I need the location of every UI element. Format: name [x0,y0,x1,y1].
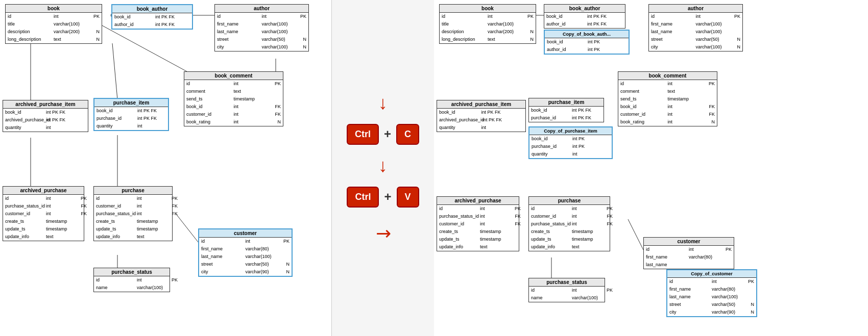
table-row: customer_idintFK [184,111,283,118]
table-copy-book-author-right-header: Copy_of_book_auth... [545,31,629,38]
table-book-author-right[interactable]: book_author book_idint PK FK author_idin… [544,4,625,29]
table-row: first_namevarchar(80) [199,245,292,253]
table-row: idintPK [440,13,536,20]
table-row: create_tstimestamp [529,228,610,236]
table-book-left[interactable]: book idintPK titlevarchar(100) descripti… [5,4,102,44]
table-row: book_idint PK FK [94,107,168,115]
table-row: namevarchar(100) [529,294,605,302]
table-archived-purchase-item-right[interactable]: archived_purchase_item book_idint PK FK … [437,100,526,132]
table-book-right-header: book [440,5,536,13]
table-row: first_namevarchar(80) [644,253,734,261]
table-row: update_infotext [3,233,84,241]
table-purchase-status-left[interactable]: purchase_status idintPK namevarchar(100) [93,268,170,292]
table-row: idintPK [529,287,605,294]
table-row: customer_idintFK [529,213,610,220]
table-row: book_idint PK FK [544,13,625,20]
table-row: update_tstimestamp [437,236,519,243]
c-key: C [396,124,419,145]
left-panel: book idintPK titlevarchar(100) descripti… [0,0,332,336]
table-copy-purchase-item-right-header: Copy_of_purchase_item [529,127,612,135]
table-purchase-item-right[interactable]: purchase_item book_idint PK FK purchase_… [528,98,604,122]
table-row: namevarchar(100) [94,284,170,292]
table-row: purchase_status_idintFK [437,213,519,220]
table-row: idintPK [649,13,742,20]
table-row: archived_purchase_idint PK FK [437,116,525,124]
table-archived-purchase-item-left[interactable]: archived_purchase_item book_idint PK FK … [3,100,88,132]
table-purchase-status-right-header: purchase_status [529,278,605,287]
table-book-comment-right[interactable]: book_comment idintPK commenttext send_ts… [618,71,717,126]
table-row: last_name [644,261,734,269]
table-customer-left[interactable]: customer idintPK first_namevarchar(80) l… [198,228,293,277]
table-row: customer_idintFK [437,220,519,228]
table-row: first_namevarchar(100) [649,20,742,28]
table-book-right[interactable]: book idintPK titlevarchar(100) descripti… [439,4,536,44]
table-row: idintPK [529,205,610,213]
table-row: customer_idintFK [618,111,717,118]
table-purchase-right[interactable]: purchase idintPK customer_idintFK purcha… [528,196,610,251]
table-purchase-item-right-header: purchase_item [529,98,604,107]
table-row: streetvarchar(50)N [667,301,756,308]
svg-line-15 [628,219,643,250]
table-row: book_ratingintN [618,118,717,126]
ctrl-c-shortcut: Ctrl + C [347,124,419,145]
table-row: last_namevarchar(100) [649,28,742,36]
table-row: archived_purchase_idint PK FK [3,116,88,124]
table-row: author_idint PK FK [112,21,192,29]
table-row: idintPK [94,195,172,202]
table-row: streetvarchar(50)N [649,36,742,43]
table-row: cityvarchar(100)N [649,43,742,51]
table-row: author_idint PK FK [544,20,625,28]
table-row: first_namevarchar(100) [215,20,308,28]
table-author-right-header: author [649,5,742,13]
right-panel: book idintPK titlevarchar(100) descripti… [434,0,868,336]
table-row: long_descriptiontextN [440,36,536,43]
table-row: book_idintFK [184,103,283,111]
table-row: book_idint PK FK [112,13,192,21]
table-book-author-left[interactable]: book_author book_idint PK FK author_idin… [111,4,193,30]
table-row: streetvarchar(50)N [199,261,292,268]
table-author-left-header: author [215,5,308,13]
table-row: create_tstimestamp [437,228,519,236]
table-archived-purchase-item-right-header: archived_purchase_item [437,100,525,109]
table-purchase-item-left-header: purchase_item [94,99,168,107]
arrow-right-bottom: ↘ [370,220,396,246]
middle-panel: ↓ Ctrl + C ↓ Ctrl + V ↘ [332,0,434,336]
table-row: streetvarchar(50)N [215,36,308,43]
table-customer-right-header: customer [644,238,734,246]
table-row: purchase_idint PK FK [94,115,168,122]
table-row: purchase_status_idintFK [94,210,172,218]
table-purchase-item-left[interactable]: purchase_item book_idint PK FK purchase_… [93,98,169,131]
table-copy-book-author-right[interactable]: Copy_of_book_auth... book_idint PK autho… [544,30,630,55]
table-book-comment-left[interactable]: book_comment idintPK commenttext send_ts… [184,71,283,126]
table-row: customer_idintFK [3,210,84,218]
table-row: book_idintFK [618,103,717,111]
table-row: quantityint [529,150,612,158]
table-row: descriptionvarchar(200)N [440,28,536,36]
svg-line-5 [112,43,117,99]
table-row: book_idint PK [529,135,612,143]
table-author-left[interactable]: author idintPK first_namevarchar(100) la… [214,4,309,51]
table-customer-right[interactable]: customer idintPK first_namevarchar(80) l… [643,237,734,269]
table-purchase-left-header: purchase [94,187,172,195]
table-row: descriptionvarchar(200)N [6,28,102,36]
table-row: commenttext [184,88,283,95]
table-copy-purchase-item-right[interactable]: Copy_of_purchase_item book_idint PK purc… [528,126,613,159]
table-archived-purchase-item-left-header: archived_purchase_item [3,100,88,109]
table-purchase-status-right[interactable]: purchase_status idintPK namevarchar(100) [528,278,605,302]
table-archived-purchase-left[interactable]: archived_purchase idintPK purchase_statu… [3,186,84,241]
table-row: book_idint PK FK [529,107,604,114]
table-copy-customer-right[interactable]: Copy_of_customer idintPK first_namevarch… [666,269,757,317]
table-purchase-left[interactable]: purchase idintPK customer_idintFK purcha… [93,186,173,241]
table-row: last_namevarchar(100) [667,293,756,301]
table-row: book_idint PK [545,38,629,46]
table-book-author-left-header: book_author [112,5,192,13]
table-row: cityvarchar(100)N [215,43,308,51]
table-row: first_namevarchar(80) [667,286,756,293]
table-archived-purchase-right-header: archived_purchase [437,197,519,205]
table-row: cityvarchar(90)N [199,268,292,276]
table-author-right[interactable]: author idintPK first_namevarchar(100) la… [648,4,743,51]
table-row: update_infotext [94,233,172,241]
table-archived-purchase-right[interactable]: archived_purchase idintPK purchase_statu… [437,196,519,251]
table-archived-purchase-left-header: archived_purchase [3,187,84,195]
table-row: book_ratingintN [184,118,283,126]
